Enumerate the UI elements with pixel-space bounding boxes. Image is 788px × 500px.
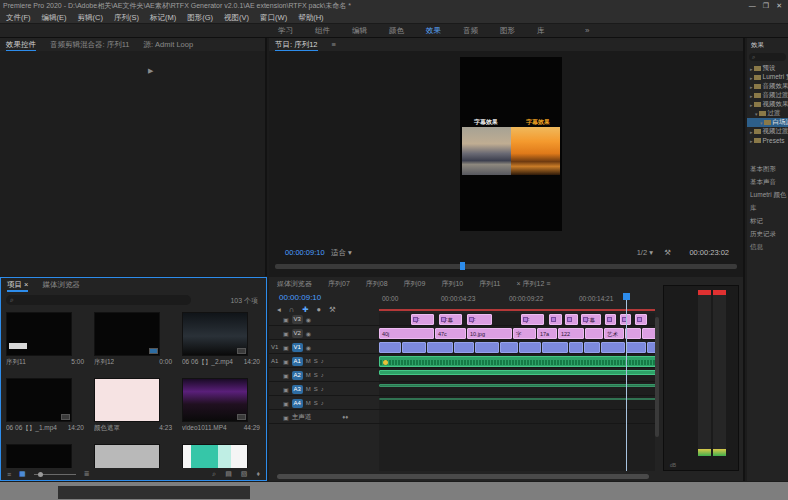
- menu-item[interactable]: 编辑(E): [42, 13, 67, 23]
- sequence-tab[interactable]: 序列07: [328, 279, 350, 289]
- project-item[interactable]: 序列115:00: [6, 312, 86, 367]
- sequence-tab[interactable]: 序列09: [404, 279, 426, 289]
- source-patch-A1[interactable]: A1: [271, 358, 278, 364]
- voiceover-record-icon[interactable]: ♪: [321, 400, 324, 406]
- track-target-A3[interactable]: A3: [292, 385, 303, 394]
- solo-button[interactable]: S: [314, 386, 318, 392]
- lock-icon[interactable]: ▣: [283, 386, 289, 393]
- timeline-clip[interactable]: [601, 342, 625, 353]
- project-tool-icon[interactable]: ⌕: [212, 470, 216, 478]
- sequence-tab[interactable]: 序列08: [366, 279, 388, 289]
- track-target-A2[interactable]: A2: [292, 371, 303, 380]
- voiceover-record-icon[interactable]: ♪: [321, 372, 324, 378]
- track-header-A1[interactable]: A1▣A1MS♪: [269, 355, 379, 368]
- program-monitor-tab[interactable]: 节目: 序列12: [275, 40, 318, 50]
- timeline-clip[interactable]: [625, 328, 641, 339]
- project-tool-icon[interactable]: ♦: [256, 470, 260, 478]
- program-scrubber[interactable]: [275, 264, 737, 269]
- menu-item[interactable]: 视图(V): [224, 13, 249, 23]
- stacked-panel-tab[interactable]: 历史记录: [747, 228, 788, 241]
- workspace-tab-学习[interactable]: 学习: [278, 26, 293, 36]
- timeline-ruler[interactable]: 00:0000:00:04:2300:00:09:2200:00:14:21: [379, 293, 655, 307]
- solo-button[interactable]: S: [314, 400, 318, 406]
- workspace-tab-效果[interactable]: 效果: [426, 26, 441, 36]
- project-item-name[interactable]: 06 06【】_1.mp4: [6, 424, 57, 433]
- lock-icon[interactable]: ▣: [283, 414, 289, 421]
- menu-item[interactable]: 标记(M): [150, 13, 176, 23]
- view-toggle-icon[interactable]: ≡: [7, 471, 11, 478]
- twirl-icon[interactable]: ▸: [750, 102, 753, 108]
- panel-menu-icon[interactable]: ≡: [332, 40, 336, 49]
- twirl-icon[interactable]: ▸: [750, 75, 753, 81]
- fit-dropdown[interactable]: 适合 ▾: [331, 248, 352, 258]
- mute-button[interactable]: M: [306, 372, 311, 378]
- mute-button[interactable]: M: [306, 358, 311, 364]
- project-item-name[interactable]: 序列12: [94, 358, 114, 367]
- stacked-panel-tab[interactable]: 基本图形: [747, 163, 788, 176]
- workspace-tab-图形[interactable]: 图形: [500, 26, 515, 36]
- twirl-icon[interactable]: ▸: [750, 93, 753, 99]
- stacked-panel-tab[interactable]: 标记: [747, 215, 788, 228]
- twirl-icon[interactable]: ▸: [750, 138, 753, 144]
- timeline-clip[interactable]: [605, 314, 616, 325]
- project-item-name[interactable]: 06 06【】_2.mp4: [182, 358, 233, 367]
- timeline-clip[interactable]: 字: [411, 314, 434, 325]
- timeline-playhead[interactable]: [626, 293, 627, 471]
- timeline-clip[interactable]: 47c: [435, 328, 466, 339]
- program-playhead[interactable]: [460, 262, 465, 270]
- timeline-clip[interactable]: [379, 370, 655, 375]
- effects-tree-item[interactable]: ▾过渡: [747, 109, 788, 118]
- workspace-tab-颜色[interactable]: 颜色: [389, 26, 404, 36]
- project-item-name[interactable]: video1011.MP4: [182, 424, 227, 431]
- track-header-A3[interactable]: ▣A3MS♪: [269, 383, 379, 396]
- effects-tree-item[interactable]: ▸Lumetri 预设: [747, 73, 788, 82]
- window-controls[interactable]: —❐✕: [749, 2, 788, 10]
- timeline-clip[interactable]: 40j: [379, 328, 434, 339]
- menu-item[interactable]: 文件(F): [6, 13, 31, 23]
- effects-tree-item[interactable]: ▾白场过渡: [747, 118, 788, 127]
- menu-item[interactable]: 剪辑(C): [78, 13, 103, 23]
- project-item[interactable]: 序列120:00: [94, 312, 174, 367]
- stacked-panel-tab[interactable]: 基本声音: [747, 176, 788, 189]
- timeline-clip[interactable]: 字幕: [581, 314, 601, 325]
- project-item[interactable]: 06 06【】_2.mp414:20: [182, 312, 262, 367]
- timeline-clip[interactable]: 字: [521, 314, 544, 325]
- timeline-clip[interactable]: [475, 342, 499, 353]
- timeline-clip[interactable]: [379, 398, 655, 400]
- timeline-horizontal-scrollbar[interactable]: [277, 474, 649, 479]
- source-patch-V1[interactable]: V1: [271, 344, 278, 350]
- timeline-clip[interactable]: [454, 342, 474, 353]
- workspace-tab-库[interactable]: 库: [537, 26, 545, 36]
- timeline-clip[interactable]: [519, 342, 541, 353]
- sequence-tab[interactable]: 序列11: [479, 279, 500, 289]
- panel-tab[interactable]: 音频剪辑混合器: 序列11: [50, 40, 129, 50]
- timeline-clip[interactable]: [626, 342, 646, 353]
- timeline-clip[interactable]: [402, 342, 426, 353]
- lock-icon[interactable]: ▣: [283, 372, 289, 379]
- sort-icon[interactable]: ≣: [84, 470, 90, 478]
- timeline-clip[interactable]: [379, 356, 655, 367]
- window-control-button[interactable]: —: [749, 2, 756, 10]
- toggle-track-output-eye-icon[interactable]: ◉: [306, 344, 311, 351]
- track-header-A2[interactable]: ▣A2MS♪: [269, 369, 379, 382]
- lock-icon[interactable]: ▣: [283, 330, 289, 337]
- clip-indicator-icon[interactable]: [713, 290, 726, 295]
- voiceover-record-icon[interactable]: ♪: [321, 358, 324, 364]
- effects-panel-title[interactable]: 效果: [747, 38, 788, 52]
- clip-indicator-icon[interactable]: [698, 290, 711, 295]
- panel-tab[interactable]: 源: Admit Loop: [143, 40, 193, 50]
- mute-button[interactable]: M: [306, 400, 311, 406]
- timeline-clip[interactable]: 17a: [537, 328, 557, 339]
- solo-button[interactable]: S: [314, 358, 318, 364]
- track-target-V1[interactable]: V1: [292, 343, 303, 352]
- twirl-icon[interactable]: ▾: [755, 111, 758, 117]
- timeline-clip[interactable]: [635, 314, 647, 325]
- voiceover-record-icon[interactable]: ♪: [321, 386, 324, 392]
- timeline-clip[interactable]: [642, 328, 655, 339]
- menu-item[interactable]: 序列(S): [114, 13, 139, 23]
- chevron-right-icon[interactable]: ▶: [148, 67, 153, 75]
- menu-item[interactable]: 帮助(H): [298, 13, 323, 23]
- timeline-clip[interactable]: [647, 342, 655, 353]
- effects-search-input[interactable]: ⌕: [749, 53, 786, 61]
- project-tab[interactable]: 项目 ×: [7, 280, 28, 290]
